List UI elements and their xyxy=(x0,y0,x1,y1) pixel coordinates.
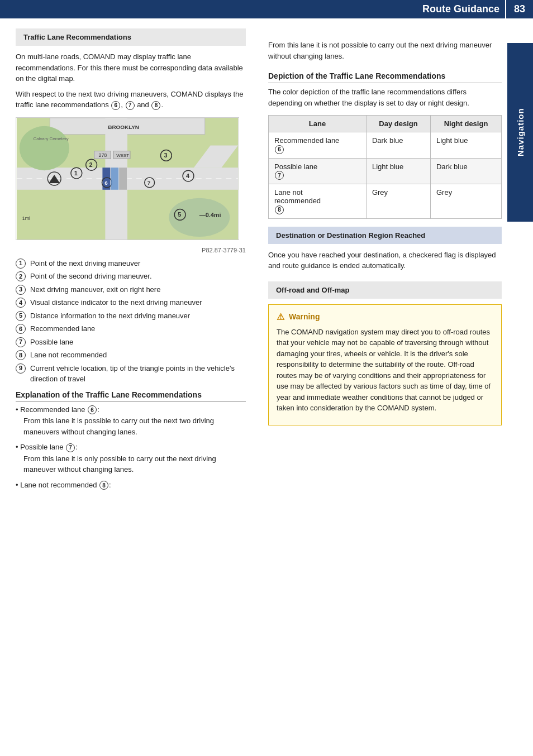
svg-text:7: 7 xyxy=(147,179,151,185)
svg-text:1mi: 1mi xyxy=(22,216,30,221)
numbered-list: 1 Point of the next driving maneuver 2 P… xyxy=(16,258,246,385)
list-item: 5 Distance information to the next drivi… xyxy=(16,310,246,322)
svg-text:5: 5 xyxy=(178,211,181,218)
svg-rect-28 xyxy=(111,168,118,190)
page-title: Route Guidance xyxy=(422,3,499,15)
svg-text:6: 6 xyxy=(104,179,108,185)
bullet-item-recommended: • Recommended lane 6: From this lane it … xyxy=(16,405,246,438)
svg-text:2: 2 xyxy=(89,161,93,168)
section1-para2: With respect to the next two driving man… xyxy=(16,89,246,111)
dest-box-title: Destination or Destination Region Reache… xyxy=(276,231,425,240)
num-5: 5 xyxy=(16,311,26,321)
bullet-item-possible: • Possible lane 7: From this lane it is … xyxy=(16,443,246,475)
list-item: 4 Visual distance indicator to the next … xyxy=(16,297,246,308)
table-header-lane: Lane xyxy=(269,116,367,132)
list-item: 2 Point of the second driving maneuver. xyxy=(16,271,246,282)
svg-text:3: 3 xyxy=(164,152,167,159)
svg-text:278: 278 xyxy=(98,152,107,158)
warning-box: ⚠ Warning The COMAND navigation system m… xyxy=(268,304,502,425)
bullet-item-not-recommended: • Lane not recommended 8: xyxy=(16,481,246,490)
left-column: Traffic Lane Recommendations On multi-la… xyxy=(0,18,257,505)
num-9: 9 xyxy=(16,363,26,374)
num-1: 1 xyxy=(16,259,26,269)
lane-table: Lane Day design Night design Recommended… xyxy=(268,115,502,219)
list-item: 7 Possible lane xyxy=(16,337,246,348)
dest-para: Once you have reached your destination, … xyxy=(268,250,502,271)
num-8: 8 xyxy=(16,350,26,360)
main-content: Traffic Lane Recommendations On multi-la… xyxy=(0,18,533,505)
offroad-box: Off-road and Off-map xyxy=(268,281,502,299)
list-item: 1 Point of the next driving maneuver xyxy=(16,258,246,269)
ref-7: 7 xyxy=(126,101,135,110)
depiction-para: The color depiction of the traffic lane … xyxy=(268,87,502,108)
table-header-night: Night design xyxy=(430,116,501,132)
warning-text: The COMAND navigation system may direct … xyxy=(277,327,493,414)
offroad-title: Off-road and Off-map xyxy=(276,286,349,294)
ref-6: 6 xyxy=(111,101,120,110)
num-7: 7 xyxy=(16,337,26,347)
map-svg: Calvary Cemetery BROOKLYN 278 WEST 1 2 3 xyxy=(16,118,239,240)
list-item: 9 Current vehicle location, tip of the t… xyxy=(16,363,246,385)
num-4: 4 xyxy=(16,298,26,308)
header-bar: Route Guidance 83 xyxy=(0,0,533,18)
right-column: From this lane it is not possible to car… xyxy=(257,18,533,505)
warning-triangle-icon: ⚠ xyxy=(277,312,284,322)
map-caption: P82.87-3779-31 xyxy=(16,247,246,253)
svg-text:BROOKLYN: BROOKLYN xyxy=(108,123,139,130)
warning-title: ⚠ Warning xyxy=(277,312,493,322)
table-row: Lane notrecommended 8 Grey Grey xyxy=(269,184,502,219)
depiction-heading: Depiction of the Traffic Lane Recommenda… xyxy=(268,71,502,83)
section1-para1: On multi-lane roads, COMAND may display … xyxy=(16,51,246,84)
num-3: 3 xyxy=(16,285,26,295)
svg-text:Calvary Cemetery: Calvary Cemetery xyxy=(34,136,69,141)
expl-heading: Explanation of the Traffic Lane Recommen… xyxy=(16,390,246,402)
list-item: 8 Lane not recommended xyxy=(16,350,246,361)
page-number: 83 xyxy=(505,0,533,18)
section1-title: Traffic Lane Recommendations xyxy=(23,33,131,41)
list-item: 3 Next driving maneuver, exit on right h… xyxy=(16,284,246,295)
table-header-day: Day design xyxy=(366,116,430,132)
svg-rect-31 xyxy=(119,168,127,190)
list-item: 6 Recommended lane xyxy=(16,323,246,334)
traffic-lane-section-box: Traffic Lane Recommendations xyxy=(16,28,246,46)
bullet-section: • Recommended lane 6: From this lane it … xyxy=(16,405,246,490)
svg-text:4: 4 xyxy=(186,173,189,179)
num-2: 2 xyxy=(16,271,26,281)
ref-8: 8 xyxy=(151,101,160,110)
svg-text:WEST: WEST xyxy=(116,153,129,158)
lane-not-recommended-cont: From this lane it is not possible to car… xyxy=(268,40,502,61)
svg-text:—0.4mi: —0.4mi xyxy=(199,212,221,218)
svg-text:1: 1 xyxy=(74,170,78,176)
table-row: Recommended lane 6 Dark blue Light blue xyxy=(269,132,502,159)
svg-point-7 xyxy=(20,126,69,170)
num-6: 6 xyxy=(16,324,26,334)
destination-box: Destination or Destination Region Reache… xyxy=(268,227,502,244)
table-row: Possible lane 7 Light blue Dark blue xyxy=(269,158,502,184)
svg-text:9: 9 xyxy=(52,175,55,181)
map-image: Calvary Cemetery BROOKLYN 278 WEST 1 2 3 xyxy=(16,117,239,240)
